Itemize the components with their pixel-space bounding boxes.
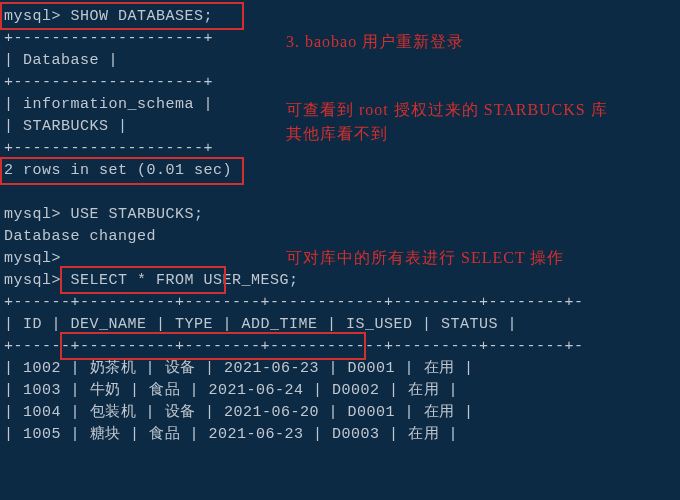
table-row: | 1002 | 奶茶机 | 设备 | 2021-06-23 | D0001 |… [4, 358, 676, 380]
terminal-output: mysql> SHOW DATABASES; +----------------… [0, 0, 680, 452]
table-header: | ID | DEV_NAME | TYPE | ADD_TIME | IS_U… [4, 314, 676, 336]
annotation-granted-db: 可查看到 root 授权过来的 STARBUCKS 库 [286, 98, 666, 122]
cmd-select: mysql> SELECT * FROM USER_MESG; [4, 270, 676, 292]
table-row: | 1003 | 牛奶 | 食品 | 2021-06-24 | D0002 | … [4, 380, 676, 402]
cmd-show-databases: mysql> SHOW DATABASES; [4, 6, 676, 28]
db-list-border-mid: +--------------------+ [4, 72, 676, 94]
blank-line [4, 182, 676, 204]
db-changed: Database changed [4, 226, 676, 248]
annotation-relogin: 3. baobao 用户重新登录 [286, 30, 464, 54]
table-border-top: +------+----------+--------+------------… [4, 292, 676, 314]
annotation-select-all: 可对库中的所有表进行 SELECT 操作 [286, 246, 564, 270]
cmd-use-starbucks: mysql> USE STARBUCKS; [4, 204, 676, 226]
annotation-other-db: 其他库看不到 [286, 122, 388, 146]
table-border-mid: +------+----------+--------+------------… [4, 336, 676, 358]
result-rows: 2 rows in set (0.01 sec) [4, 160, 676, 182]
table-row: | 1004 | 包装机 | 设备 | 2021-06-20 | D0001 |… [4, 402, 676, 424]
table-row: | 1005 | 糖块 | 食品 | 2021-06-23 | D0003 | … [4, 424, 676, 446]
